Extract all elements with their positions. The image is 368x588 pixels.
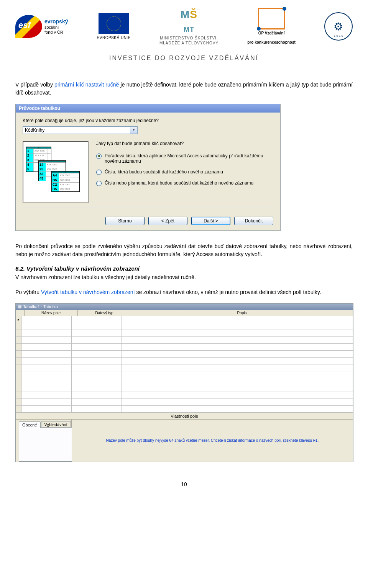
msmt-label-2: MLÁDEŽE A TĚLOVÝCHOVY (159, 41, 219, 46)
msmt-logo: MŠMT MINISTERSTVO ŠKOLSTVÍ, MLÁDEŽE A TĚ… (159, 8, 219, 46)
wizard-titlebar: Průvodce tabulkou (16, 104, 280, 113)
finish-button[interactable]: Dokončit (234, 217, 273, 225)
radio-icon[interactable] (96, 181, 102, 186)
grid-row[interactable]: ▸ (16, 316, 353, 323)
tab-general[interactable]: Obecné (19, 421, 41, 428)
msmt-icon: MŠMT (181, 8, 197, 36)
radio-numbers[interactable]: Čísla, která budou součástí dat každého … (96, 169, 273, 175)
col-data-type: Datový typ (78, 310, 131, 316)
design-titlebar: Tabulka1 : Tabulka (16, 304, 353, 310)
grid-row[interactable] (16, 392, 353, 399)
grid-row[interactable] (16, 406, 353, 413)
grid-row[interactable] (16, 385, 353, 392)
esf-label-1: evropský (44, 18, 68, 24)
divider (23, 207, 273, 207)
paragraph-4: Po výběru Vytvořit tabulku v návrhovém z… (15, 288, 353, 296)
wizard-question-1: Které pole obsahuje údaje, jež jsou v ka… (23, 118, 273, 123)
eu-label: EVROPSKÁ UNIE (97, 36, 131, 40)
field-properties-title: Vlastnosti pole (16, 413, 353, 420)
page-number: 10 (15, 481, 353, 487)
seal-logo: 1 9 1 9 (324, 12, 353, 41)
op-box-icon (258, 8, 285, 29)
grid-row[interactable] (16, 351, 353, 358)
eu-flag-icon (99, 13, 129, 34)
op-label-2: pro konkurenceschopnost (247, 40, 296, 45)
grid-row[interactable] (16, 364, 353, 371)
field-combobox[interactable]: KódKnihy ▼ (23, 126, 138, 134)
combo-dropdown-button[interactable]: ▼ (130, 126, 138, 134)
section-heading: 6.2. Vytvoření tabulky v návrhovém zobra… (15, 265, 353, 272)
grid-row[interactable] (16, 323, 353, 330)
op-label-1: OP Vzdělávání (258, 31, 285, 36)
tab-lookup[interactable]: Vyhledávání (41, 421, 71, 428)
header-logos: esf evropský sociální fond v ČR EVROPSKÁ… (15, 8, 353, 49)
grid-row[interactable] (16, 399, 353, 406)
radio-autonumber[interactable]: Pořadová čísla, která aplikace Microsoft… (96, 153, 273, 164)
radio-icon[interactable] (96, 154, 102, 159)
esf-logo: esf evropský sociální fond v ČR (15, 15, 68, 38)
grid-row[interactable] (16, 344, 353, 351)
link-primary-key-manual: primární klíč nastavit ručně (54, 82, 119, 88)
paragraph-1: V případě volby primární klíč nastavit r… (15, 81, 353, 97)
eu-logo: EVROPSKÁ UNIE (97, 13, 131, 40)
esf-swirl-icon: esf (15, 15, 42, 38)
msmt-label-1: MINISTERSTVO ŠKOLSTVÍ, (160, 36, 218, 41)
esf-label-2: sociální (44, 25, 59, 29)
table-design-window: Tabulka1 : Tabulka Název pole Datový typ… (15, 303, 353, 462)
radio-numbers-letters[interactable]: Čísla nebo písmena, která budou součástí… (96, 180, 273, 186)
seal-year: 1 9 1 9 (334, 34, 343, 38)
wizard-illustration: 1xxx xxx 2xxx xxx 3xxx xxx 4 5 14xxx xxx… (23, 141, 89, 203)
cancel-button[interactable]: Storno (105, 217, 145, 225)
grid-row[interactable] (16, 330, 353, 337)
paragraph-3: V návrhovém zobrazení lze tabulku a všec… (15, 273, 353, 281)
wizard-question-2: Jaký typ dat bude primární klíč obsahova… (96, 141, 273, 146)
field-grid[interactable]: Název pole Datový typ Popis ▸ (16, 310, 353, 413)
op-logo: OP Vzdělávání pro konkurenceschopnost (247, 8, 296, 45)
paragraph-2: Po dokončení průvodce se podle zvoleného… (15, 242, 353, 258)
col-field-name: Název pole (25, 310, 78, 316)
link-create-design-view: Vytvořit tabulku v návrhovém zobrazení (41, 289, 135, 295)
back-button[interactable]: < Zpět (148, 217, 187, 225)
table-wizard-dialog: Průvodce tabulkou Které pole obsahuje úd… (15, 104, 281, 231)
grid-row[interactable] (16, 378, 353, 385)
properties-panel[interactable] (19, 427, 72, 462)
field-combo-value[interactable]: KódKnihy (23, 126, 130, 134)
field-hint: Název pole může být dlouhý nejvýše 64 zn… (72, 420, 353, 462)
next-button[interactable]: Další > (191, 217, 230, 225)
col-description: Popis (131, 310, 353, 316)
grid-row[interactable] (16, 371, 353, 378)
investice-tagline: INVESTICE DO ROZVOJE VZDĚLÁVÁNÍ (15, 55, 353, 62)
esf-label-3: fond v ČR (44, 30, 63, 34)
grid-row[interactable] (16, 337, 353, 344)
grid-row[interactable] (16, 358, 353, 364)
radio-icon[interactable] (96, 170, 102, 175)
